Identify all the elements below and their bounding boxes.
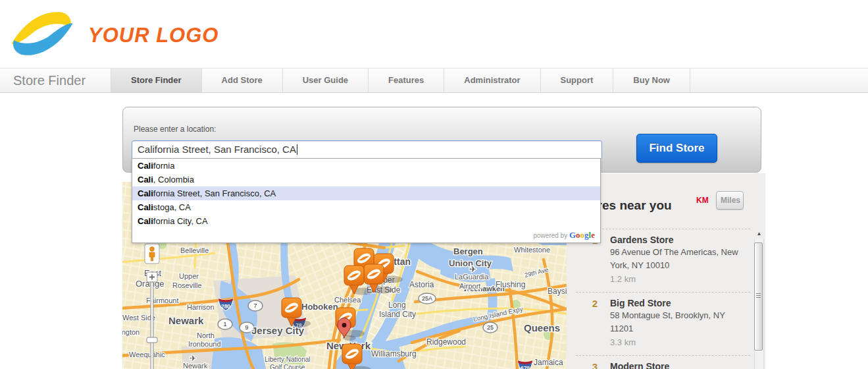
svg-text:7: 7 xyxy=(253,302,257,309)
autocomplete-item[interactable]: Cali, Colombia xyxy=(132,173,600,186)
store-name: Gardens Store xyxy=(610,234,746,246)
store-distance: 1.2 km xyxy=(610,273,746,286)
store-address: 96 Avenue Of The Americas, New York, NY … xyxy=(610,246,746,272)
store-name: Big Red Store xyxy=(610,297,746,309)
autocomplete-dropdown: California Cali, Colombia California Str… xyxy=(132,158,601,243)
autocomplete-item[interactable]: California City, CA xyxy=(132,214,600,228)
search-input[interactable]: California Street, San Francisco, CA xyxy=(132,140,602,159)
map-label: North xyxy=(197,331,215,339)
store-name: Modern Store xyxy=(610,360,746,369)
svg-text:678: 678 xyxy=(521,365,530,369)
map-label: Newark xyxy=(168,315,204,326)
map-label: Astoria xyxy=(409,280,434,289)
svg-text:25: 25 xyxy=(487,324,494,331)
route-shield: 7 xyxy=(248,300,263,311)
map-label: Island City xyxy=(379,310,416,319)
tab-features[interactable]: Features xyxy=(368,69,444,92)
store-address: 58 Montague St, Brooklyn, NY 11201 xyxy=(610,309,746,335)
find-store-button[interactable]: Find Store xyxy=(636,134,717,163)
tab-buy-now[interactable]: Buy Now xyxy=(613,69,690,92)
map-label: Queens xyxy=(524,322,560,333)
map-label: Hoboken xyxy=(301,302,338,312)
map-label: Long xyxy=(388,300,406,310)
map-label: Irvington xyxy=(122,328,140,336)
autocomplete-item-selected[interactable]: California Street, San Francisco, CA xyxy=(132,186,600,200)
results-scrollbar: ▲ xyxy=(753,229,765,369)
map-label: Flushing xyxy=(496,280,525,289)
store-rank: 2 xyxy=(588,298,602,309)
map-label: Weequahic xyxy=(129,351,165,358)
location-label: Please enter a location: xyxy=(134,125,216,134)
nav-tabs: Store Finder Add Store User Guide Featur… xyxy=(111,69,690,92)
map-label: Whitestone xyxy=(514,246,550,254)
tab-user-guide[interactable]: User Guide xyxy=(282,69,368,92)
interstate-shield: 678 xyxy=(518,360,532,369)
svg-text:280: 280 xyxy=(221,303,230,310)
tab-store-finder[interactable]: Store Finder xyxy=(111,69,201,92)
header: YOUR LOGO xyxy=(0,0,868,68)
map-label: Ridgewood xyxy=(426,337,466,347)
logo-swoosh-icon xyxy=(5,5,79,62)
store-list-item[interactable]: 1 Gardens Store 96 Avenue Of The America… xyxy=(576,229,750,293)
map-label: Belleville xyxy=(180,246,209,254)
scrollbar-thumb[interactable] xyxy=(754,242,763,351)
text-caret xyxy=(297,144,297,155)
map-label: West Side xyxy=(122,314,155,322)
map-label: Jamaica xyxy=(534,358,563,367)
autocomplete-item[interactable]: Calistoga, CA xyxy=(132,200,600,214)
search-input-value: California Street, San Francisco, CA xyxy=(138,144,296,155)
store-list: 1 Gardens Store 96 Avenue Of The America… xyxy=(576,229,750,369)
map-label: Chelsea xyxy=(334,296,361,304)
map-label: Ironbound xyxy=(188,340,221,348)
logo[interactable]: YOUR LOGO xyxy=(5,5,218,62)
powered-by-google: powered by Google xyxy=(132,228,600,242)
svg-text:1: 1 xyxy=(223,321,226,327)
store-list-item[interactable]: 3 Modern Store xyxy=(576,356,750,369)
tab-administrator[interactable]: Administrator xyxy=(444,69,540,92)
store-list-item[interactable]: 2 Big Red Store 58 Montague St, Brooklyn… xyxy=(576,293,750,356)
zoom-slider-track[interactable] xyxy=(151,282,153,369)
map-label: Golf Course xyxy=(270,364,305,369)
logo-text: YOUR LOGO xyxy=(88,24,218,47)
zoom-slider-handle[interactable] xyxy=(147,337,157,343)
svg-text:9: 9 xyxy=(245,324,248,331)
map-label: Roseville xyxy=(172,281,202,289)
map-label: Williamsburg xyxy=(371,349,417,358)
google-logo: Google xyxy=(569,230,595,240)
route-shield: 25 xyxy=(483,322,498,333)
map-label: Newark xyxy=(183,362,208,369)
map-label: Airport xyxy=(459,282,480,290)
svg-text:25A: 25A xyxy=(422,295,432,302)
navbar: Store Finder Store Finder Add Store User… xyxy=(0,68,868,93)
store-distance: 3.3 km xyxy=(610,336,746,349)
map-label: ✈ xyxy=(469,264,476,274)
route-shield: 25A xyxy=(419,293,436,304)
map-label: Liberty National xyxy=(265,356,310,363)
autocomplete-item[interactable]: California xyxy=(132,159,600,173)
map-label: Bayside xyxy=(548,287,567,296)
map-label: Bergen xyxy=(453,246,483,256)
tab-add-store[interactable]: Add Store xyxy=(201,69,282,92)
map-label: Upper xyxy=(179,272,199,280)
map-label: Harrison xyxy=(187,303,215,311)
unit-miles-button[interactable]: Miles xyxy=(716,191,744,210)
store-rank: 3 xyxy=(588,361,602,369)
unit-km-toggle[interactable]: KM xyxy=(696,196,709,205)
route-shield: 1 xyxy=(218,319,232,329)
page-title: Store Finder xyxy=(13,69,86,92)
tab-support[interactable]: Support xyxy=(540,69,613,92)
scrollbar-up-icon[interactable]: ▲ xyxy=(753,229,765,239)
